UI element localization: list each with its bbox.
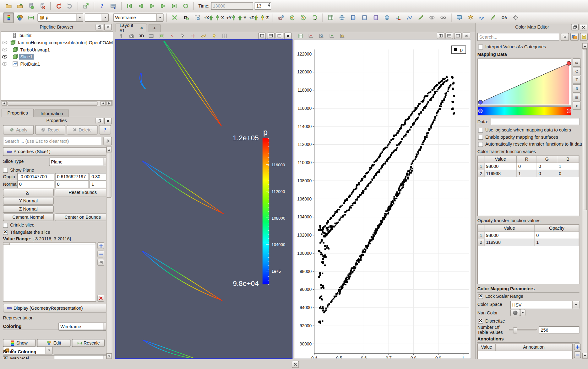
table-values-slider[interactable] — [509, 329, 536, 330]
apply-button[interactable]: Apply — [3, 125, 34, 135]
scroll-left-button-2[interactable] — [101, 101, 106, 105]
table-cell[interactable]: 1 — [517, 170, 537, 177]
line-chart-view[interactable]: 1220001200001180001160001140001120001100… — [294, 39, 471, 359]
table-cell[interactable]: 0 — [517, 163, 537, 170]
table-cell[interactable]: 0 — [537, 170, 557, 177]
data-value-field[interactable] — [491, 118, 580, 125]
layers-button[interactable] — [466, 12, 476, 23]
maximize-button[interactable] — [454, 33, 462, 39]
last-frame-button[interactable] — [169, 1, 179, 11]
column-header[interactable]: Opacity — [535, 225, 579, 232]
color-transfer-table[interactable]: ValueRGB1980000012119938100 — [477, 155, 580, 216]
rescale-to-temporal-range-button[interactable]: T — [573, 76, 581, 84]
zoom-to-data-button[interactable]: D — [181, 12, 191, 23]
edit-color-map-button[interactable] — [15, 12, 25, 23]
reset-camera-button[interactable] — [170, 12, 180, 23]
disconnect-button[interactable] — [37, 1, 47, 11]
undo-button[interactable] — [53, 1, 64, 11]
transfer-function-editor[interactable] — [477, 58, 571, 105]
table-cell[interactable]: 2 — [478, 170, 484, 177]
column-header[interactable]: Annotation — [496, 344, 572, 351]
map-scalars-checkbox[interactable]: Map Scal — [3, 356, 29, 359]
capture-view-button[interactable] — [127, 31, 136, 40]
delete-button[interactable]: Delete — [67, 125, 98, 135]
view3d-tool-8-button[interactable] — [220, 31, 229, 40]
loop-button[interactable] — [180, 1, 191, 11]
reset-button[interactable]: Reset — [35, 125, 65, 135]
representation-select[interactable]: Wireframe — [113, 13, 164, 22]
load-state-button[interactable] — [81, 1, 91, 11]
close-layout-icon[interactable]: × — [140, 25, 143, 31]
next-frame-button[interactable] — [158, 1, 168, 11]
view3d-tool-2-button[interactable] — [157, 31, 166, 40]
toggle-color-legend-button[interactable] — [3, 12, 14, 23]
dismiss-progress-button[interactable] — [292, 361, 299, 368]
slice-value-cell[interactable] — [10, 243, 95, 245]
opacity-mapping-checkbox[interactable]: Enable opacity mapping for surfaces — [478, 135, 558, 140]
show-legend-button[interactable]: Show — [3, 339, 36, 347]
view-plusminus-z-button[interactable]: +Z — [248, 12, 259, 23]
lock-scalar-range-checkbox[interactable]: Lock Scalar Range — [478, 294, 523, 299]
column-header[interactable]: R — [517, 156, 537, 163]
close-view-button[interactable] — [284, 33, 292, 39]
view3d-tool-7-button[interactable] — [210, 31, 219, 40]
slice-type-select[interactable]: Plane — [49, 158, 111, 166]
book-panel-button-1[interactable] — [348, 12, 358, 23]
discretize-checkbox[interactable]: Discretize — [478, 318, 505, 324]
slice-values-list[interactable] — [3, 242, 96, 302]
nan-color-swatch[interactable] — [510, 309, 520, 316]
table-cell[interactable]: 1 — [535, 239, 579, 246]
pin-view-button[interactable] — [117, 31, 126, 40]
view-plusminus-y-button[interactable]: +Y — [226, 12, 236, 23]
sphere-panel-button[interactable] — [382, 12, 392, 23]
pipeline-item-fan-nohousing-compressible-rotor-openfoam[interactable]: fan-noHousing-compressible{rotor}.OpenFO… — [1, 39, 113, 46]
save-screenshot-button[interactable] — [108, 1, 118, 11]
cme-options-button[interactable] — [561, 33, 569, 41]
camera-normal-button[interactable]: Camera Normal — [3, 214, 54, 221]
scroll-thumb[interactable] — [583, 49, 587, 210]
rotate-90-ccw-button[interactable] — [287, 12, 297, 23]
spinbox-arrows[interactable] — [268, 3, 270, 7]
wave-button[interactable] — [476, 12, 487, 23]
tab-layout-1[interactable]: Layout #1× — [116, 24, 147, 32]
view-minus-y-button[interactable]: -Y — [237, 12, 248, 23]
crinkle-slice-checkbox[interactable]: Crinkle slice — [3, 222, 35, 228]
column-header[interactable] — [478, 225, 484, 232]
range-fill-button[interactable] — [97, 259, 104, 265]
edit-color-map-button-2[interactable]: Edit — [37, 339, 70, 347]
scroll-left-button[interactable] — [2, 101, 7, 105]
visibility-eye-icon[interactable] — [1, 62, 8, 66]
pipeline-item-slice1[interactable]: Slice1 — [1, 53, 113, 61]
pipeline-item-builtin-[interactable]: builtin: — [1, 32, 113, 39]
table-values-field[interactable]: 256 — [539, 326, 580, 334]
normal-x-field[interactable]: 0 — [17, 180, 54, 188]
adjust-camera-button[interactable] — [275, 12, 286, 23]
color-by-array-select[interactable]: p — [37, 13, 83, 22]
view3d-tool-6-button[interactable] — [199, 31, 208, 40]
redo-button[interactable] — [64, 1, 75, 11]
section-display[interactable]: Display (GeometryRepresentation) — [3, 304, 112, 312]
spreadsheet-view-button[interactable] — [325, 12, 336, 23]
book-panel-button-3[interactable] — [371, 12, 381, 23]
split-horizontal-button[interactable] — [437, 33, 444, 39]
column-header[interactable]: Value — [478, 344, 496, 351]
rings-button[interactable] — [427, 12, 437, 23]
save-data-button[interactable] — [15, 1, 25, 11]
close-properties-button[interactable] — [104, 118, 112, 124]
scroll-down-button[interactable] — [106, 353, 112, 359]
table-cell[interactable]: 98000 — [484, 232, 535, 239]
color-gradient-bar[interactable] — [477, 106, 571, 115]
colorbar-node[interactable] — [478, 109, 482, 113]
log-scale-checkbox[interactable]: Use log scale when mapping data to color… — [478, 127, 571, 133]
remove-annotation-button[interactable] — [574, 351, 581, 358]
scroll-thumb[interactable] — [8, 101, 98, 105]
column-header[interactable]: B — [557, 156, 579, 163]
zoom-to-box-button[interactable] — [192, 12, 202, 23]
transfer-function-node[interactable] — [478, 100, 482, 104]
link-button[interactable] — [438, 12, 448, 23]
table-cell[interactable]: 119938 — [484, 170, 517, 177]
rescale-button-2[interactable]: Rescale — [72, 339, 105, 347]
table-cell[interactable]: 119938 — [484, 239, 535, 246]
column-header[interactable]: G — [537, 156, 557, 163]
chart-tool-5-button[interactable] — [338, 31, 347, 40]
